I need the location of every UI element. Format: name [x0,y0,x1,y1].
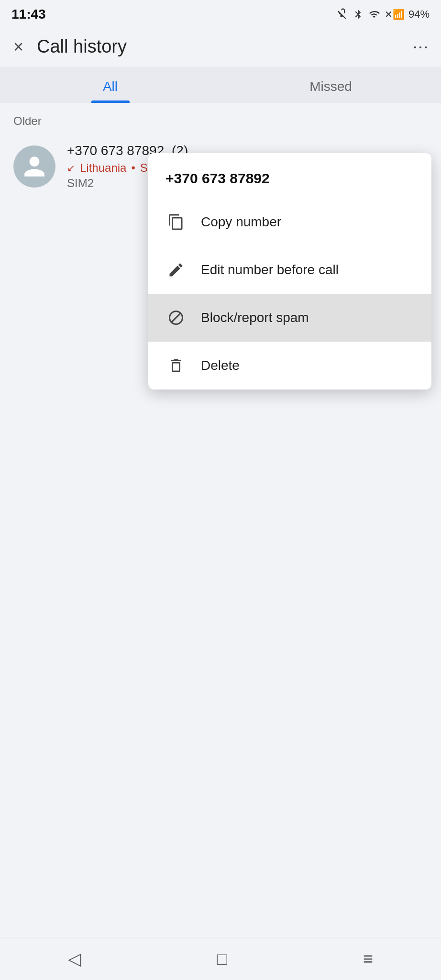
context-menu: +370 673 87892 Copy number Edit number b… [148,153,431,390]
menu-phone-number: +370 673 87892 [148,153,431,198]
context-menu-overlay[interactable]: +370 673 87892 Copy number Edit number b… [0,0,441,980]
block-icon [165,307,187,328]
menu-item-edit-number[interactable]: Edit number before call [148,246,431,294]
menu-item-copy-number[interactable]: Copy number [148,198,431,246]
menu-item-delete[interactable]: Delete [148,342,431,390]
edit-icon [165,259,187,280]
copy-icon [165,212,187,233]
menu-item-block-spam[interactable]: Block/report spam [148,294,431,342]
delete-icon [165,355,187,376]
main-content: Older +370 673 87892 (2) ↙ Lithuania • S… [0,103,441,200]
